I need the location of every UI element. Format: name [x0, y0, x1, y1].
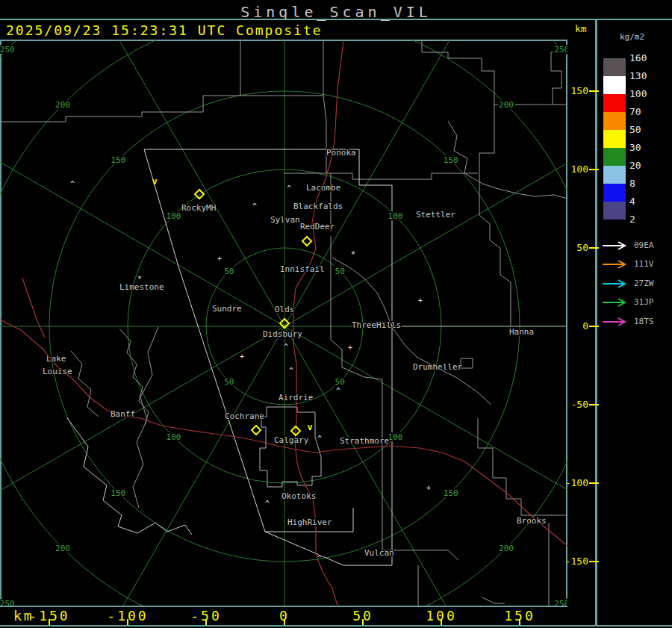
city-label: Lacombe	[306, 183, 340, 193]
town-marker-icon: *	[351, 250, 355, 258]
storm-track-legend: 09EA111V27ZW31JP18TS	[600, 19, 672, 628]
right-axis-unit: km	[575, 23, 587, 34]
bottom-axis-tick	[441, 619, 442, 625]
town-marker-icon: ^	[317, 435, 322, 443]
bottom-axis-tick-label: -50	[176, 608, 236, 624]
range-ring-label: 200	[499, 544, 514, 553]
city-label: HighRiver	[287, 517, 332, 527]
city-label: Stettler	[416, 210, 455, 220]
range-ring-label: 100	[167, 211, 181, 221]
range-ring	[0, 40, 567, 606]
city-label: Brooks	[517, 516, 547, 526]
city-label: Hanna	[509, 327, 534, 337]
range-spoke	[0, 131, 284, 327]
track-row: 18TS	[602, 317, 654, 326]
city-label: ThreeHills	[352, 320, 401, 330]
track-id: 111V	[634, 259, 654, 269]
city-label: Sundre	[212, 304, 242, 314]
city-label: Ponoka	[326, 148, 356, 158]
bottom-axis-tick	[519, 619, 520, 625]
bottom-axis-tick	[127, 619, 128, 625]
city-label: Lake	[46, 354, 66, 364]
town-marker-icon: +	[240, 352, 244, 361]
range-spoke	[89, 40, 285, 326]
track-id: 18TS	[634, 317, 654, 326]
bottom-axis-tick-label: 100	[411, 608, 471, 624]
range-rings	[0, 40, 567, 606]
range-ring-label: 50	[335, 377, 345, 387]
town-marker-icon: ^	[287, 184, 291, 193]
range-ring-label: 250	[0, 599, 15, 606]
track-arrow-icon	[602, 298, 629, 307]
town-marker-icon: +	[217, 255, 222, 263]
storm-cell-icon: v	[307, 422, 312, 432]
radar-map-canvas[interactable]: 5050505010010010010015015015015020020020…	[0, 40, 567, 606]
range-ring-label: 150	[444, 488, 458, 498]
track-row: 111V	[602, 259, 654, 269]
town-marker-icon: ^	[252, 202, 257, 211]
range-spoke	[284, 326, 567, 523]
range-ring-label: 250	[0, 45, 15, 55]
calgary-city-boundary	[260, 407, 321, 487]
city-label: Airdrie	[279, 393, 313, 402]
range-ring	[0, 40, 567, 606]
town-marker-icon: ^	[70, 180, 75, 188]
city-label: Vulcan	[364, 548, 394, 558]
town-marker-icon: ^	[289, 367, 293, 375]
city-label: RedDeer	[300, 222, 335, 231]
city-label: Olds	[275, 305, 295, 314]
town-marker-icon: ^	[317, 554, 322, 562]
radar-site-diamond-icon	[252, 426, 261, 435]
track-arrow-icon	[602, 241, 629, 250]
city-label: RockyMH	[181, 203, 216, 213]
city-label: Okotoks	[281, 491, 316, 501]
city-label: Sylvan	[270, 215, 300, 225]
bottom-axis-tick	[362, 619, 364, 625]
bottom-axis-tick-label: -100	[98, 608, 158, 624]
town-marker-icon: +	[426, 484, 431, 492]
county-boundaries	[0, 41, 567, 606]
track-arrow-icon	[602, 317, 629, 326]
town-markers: ^^^^^^^^^+++++**	[70, 180, 431, 562]
city-label: Drumheller	[413, 362, 463, 372]
range-ring-label: 200	[499, 100, 514, 110]
town-marker-icon: *	[137, 275, 142, 283]
range-ring-label: 150	[111, 155, 125, 165]
city-label: Louise	[43, 367, 72, 376]
radar-app-window: { "window": { "title": "Single_Scan_VIL"…	[0, 0, 672, 628]
track-row: 27ZW	[602, 279, 654, 288]
range-ring-label: 150	[444, 155, 458, 165]
city-label: Limestone	[119, 282, 164, 292]
track-row: 31JP	[602, 297, 654, 307]
range-spoke	[89, 326, 285, 606]
city-label: Blackfalds	[293, 202, 343, 211]
range-ring-label: 250	[554, 599, 567, 606]
track-row: 09EA	[602, 240, 654, 250]
town-marker-icon: ^	[284, 343, 288, 351]
bottom-frame-line	[0, 625, 672, 627]
bottom-axis-tick-label: 0	[255, 608, 314, 624]
bottom-axis-tick	[49, 619, 50, 625]
range-ring-label: 200	[55, 100, 70, 110]
city-label: Didsbury	[263, 329, 302, 339]
town-marker-icon: +	[418, 296, 423, 305]
range-ring-label: 150	[111, 488, 125, 498]
track-id: 27ZW	[634, 279, 654, 288]
storm-cell-icon: v	[152, 176, 157, 187]
range-ring-label: 100	[388, 211, 403, 221]
legend-panel: kg/m2 16013010070503020842 09EA111V27ZW3…	[597, 19, 672, 628]
town-marker-icon: ^	[336, 387, 340, 395]
range-ring-label: 250	[554, 45, 567, 55]
track-id: 31JP	[634, 297, 654, 307]
town-marker-icon: ^	[265, 500, 270, 508]
range-ring-label: 200	[55, 544, 70, 553]
town-marker-icon: +	[348, 343, 352, 352]
track-arrow-icon	[602, 279, 629, 288]
track-arrow-icon	[602, 260, 629, 269]
city-label: Calgary	[274, 435, 309, 445]
bottom-axis-tick	[284, 619, 285, 625]
bottom-axis-tick	[205, 619, 207, 625]
range-ring-label: 50	[224, 267, 234, 276]
range-ring-label: 50	[335, 267, 345, 276]
title-divider-line	[0, 19, 672, 20]
